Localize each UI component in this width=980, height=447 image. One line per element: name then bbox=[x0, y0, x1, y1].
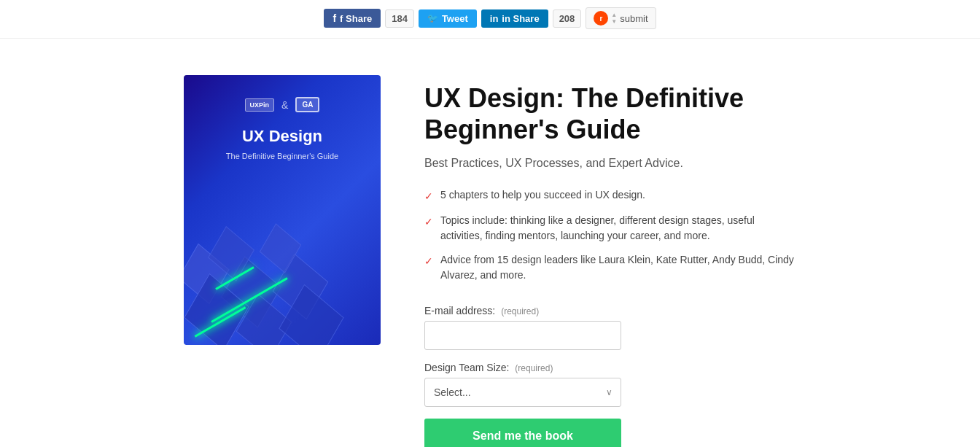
checkmark-icon-1: ✓ bbox=[424, 189, 433, 204]
book-cover: UXPin & GA UX Design The Definitive Begi… bbox=[184, 75, 381, 345]
email-label: E-mail address: (required) bbox=[424, 305, 796, 316]
feature-item-1: ✓ 5 chapters to help you succeed in UX d… bbox=[424, 187, 796, 204]
linkedin-icon: in bbox=[490, 13, 499, 24]
reddit-icon: r bbox=[594, 11, 608, 26]
email-group: E-mail address: (required) bbox=[424, 305, 796, 350]
linkedin-share-button[interactable]: in in Share bbox=[481, 9, 548, 28]
page-title: UX Design: The Definitive Beginner's Gui… bbox=[424, 82, 796, 145]
features-list: ✓ 5 chapters to help you succeed in UX d… bbox=[424, 187, 796, 283]
twitter-icon: 🐦 bbox=[427, 13, 438, 23]
facebook-share-label: f Share bbox=[340, 13, 372, 24]
linkedin-share-label: in Share bbox=[502, 13, 539, 24]
feature-text-2: Topics include: thinking like a designer… bbox=[440, 213, 796, 244]
select-wrapper: Select... 1-5 6-10 11-25 26-50 50+ ∨ bbox=[424, 378, 621, 407]
upvote-arrow[interactable]: ▲ bbox=[611, 12, 617, 18]
checkmark-icon-2: ✓ bbox=[424, 214, 433, 230]
reddit-submit-label: submit bbox=[620, 13, 648, 24]
feature-item-2: ✓ Topics include: thinking like a design… bbox=[424, 213, 796, 244]
twitter-share-button[interactable]: 🐦 Tweet bbox=[419, 9, 477, 28]
checkmark-icon-3: ✓ bbox=[424, 254, 433, 269]
signup-form: E-mail address: (required) Design Team S… bbox=[424, 305, 796, 447]
cover-title: UX Design bbox=[242, 127, 322, 146]
facebook-share-button[interactable]: f f Share bbox=[324, 9, 381, 28]
team-size-label: Design Team Size: (required) bbox=[424, 362, 796, 373]
subtitle: Best Practices, UX Processes, and Expert… bbox=[424, 157, 796, 170]
email-required: (required) bbox=[501, 306, 539, 316]
feature-text-3: Advice from 15 design leaders like Laura… bbox=[440, 252, 796, 283]
feature-item-3: ✓ Advice from 15 design leaders like Lau… bbox=[424, 252, 796, 283]
book-decoration bbox=[184, 184, 381, 345]
facebook-count: 184 bbox=[385, 9, 414, 28]
logo-separator: & bbox=[281, 99, 288, 111]
submit-button[interactable]: Send me the book bbox=[424, 419, 621, 447]
team-size-select[interactable]: Select... 1-5 6-10 11-25 26-50 50+ bbox=[424, 378, 621, 407]
facebook-icon: f bbox=[332, 12, 336, 24]
email-input[interactable] bbox=[424, 321, 621, 350]
team-size-required: (required) bbox=[515, 363, 553, 373]
main-content: UXPin & GA UX Design The Definitive Begi… bbox=[162, 39, 818, 447]
cover-logos: UXPin & GA bbox=[245, 97, 320, 112]
right-content: UX Design: The Definitive Beginner's Gui… bbox=[424, 75, 796, 447]
uxpin-logo: UXPin bbox=[245, 98, 275, 112]
team-size-group: Design Team Size: (required) Select... 1… bbox=[424, 362, 796, 407]
cover-subtitle: The Definitive Beginner's Guide bbox=[226, 152, 338, 160]
share-bar: f f Share 184 🐦 Tweet in in Share 208 r … bbox=[0, 0, 980, 39]
vote-arrows: ▲ ▼ bbox=[611, 12, 617, 25]
reddit-share-button[interactable]: r ▲ ▼ submit bbox=[586, 7, 656, 29]
linkedin-count: 208 bbox=[553, 9, 582, 28]
downvote-arrow[interactable]: ▼ bbox=[611, 19, 617, 25]
feature-text-1: 5 chapters to help you succeed in UX des… bbox=[440, 187, 645, 203]
ga-logo: GA bbox=[295, 97, 319, 112]
twitter-share-label: Tweet bbox=[442, 13, 468, 24]
